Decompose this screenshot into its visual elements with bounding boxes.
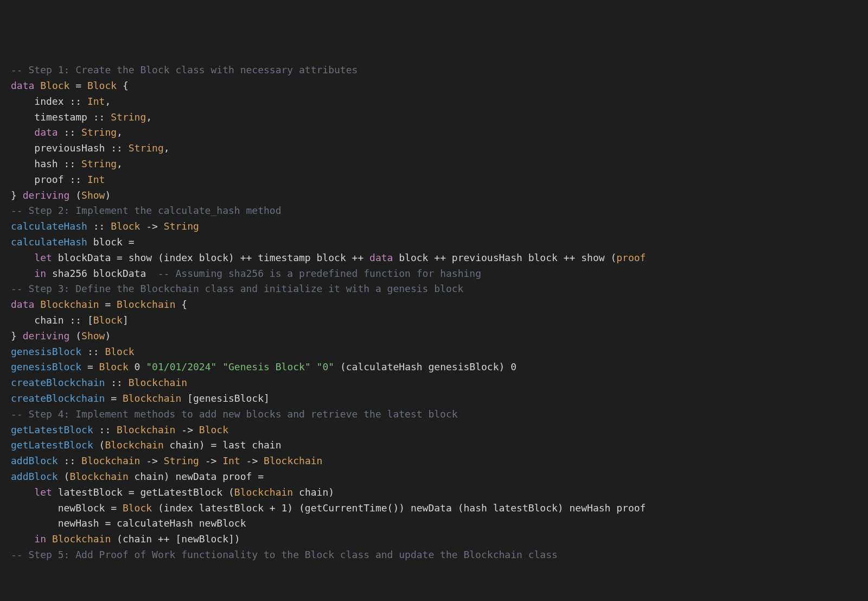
token: { xyxy=(117,80,129,91)
token: String xyxy=(81,126,117,138)
code-line-21[interactable]: genesisBlock :: Block xyxy=(11,344,857,360)
code-line-35[interactable]: newHash = calculateHash newBlock xyxy=(11,516,857,532)
code-line-29[interactable]: getLatestBlock (Blockchain chain) = last… xyxy=(11,438,857,453)
code-line-17[interactable]: data Blockchain = Blockchain { xyxy=(11,297,857,313)
token: (calculateHash genesisBlock) xyxy=(334,361,510,372)
code-line-4[interactable]: data :: String, xyxy=(11,125,857,141)
code-line-18[interactable]: chain :: [Block] xyxy=(11,313,857,328)
token: -> xyxy=(199,455,222,466)
token: Blockchain xyxy=(117,424,175,435)
token xyxy=(140,361,146,372)
token: , xyxy=(117,158,123,169)
code-line-22[interactable]: genesisBlock = Block 0 "01/01/2024" "Gen… xyxy=(11,359,857,375)
token: String xyxy=(111,111,146,123)
token: Block xyxy=(105,346,134,357)
code-line-38[interactable]: -- Step 5: Add Proof of Work functionali… xyxy=(11,547,857,563)
token xyxy=(216,361,222,372)
token: data xyxy=(34,126,58,138)
token xyxy=(34,299,40,310)
token: Block xyxy=(87,80,117,91)
token: -> xyxy=(140,455,163,466)
token: } xyxy=(11,330,23,341)
token: latestBlock = getLatestBlock ( xyxy=(52,486,234,498)
token: (chain ++ [newBlock]) xyxy=(111,533,240,545)
token xyxy=(11,126,34,138)
token: "01/01/2024" xyxy=(146,361,216,372)
code-line-14[interactable]: in sha256 blockData -- Assuming sha256 i… xyxy=(11,266,857,282)
code-line-0[interactable]: -- Step 1: Create the Block class with n… xyxy=(11,62,857,78)
token: ( xyxy=(58,471,70,482)
token: data xyxy=(369,252,393,263)
token: "0" xyxy=(317,361,335,372)
token: Blockchain xyxy=(40,299,99,310)
token xyxy=(11,252,34,263)
token: ) xyxy=(105,330,111,341)
code-line-2[interactable]: index :: Int, xyxy=(11,94,857,110)
code-line-19[interactable]: } deriving (Show) xyxy=(11,328,857,344)
code-content[interactable]: -- Step 1: Create the Block class with n… xyxy=(11,62,857,563)
code-editor[interactable]: -- Step 1: Create the Block class with n… xyxy=(11,62,857,563)
token: Blockchain xyxy=(264,455,322,466)
code-line-6[interactable]: hash :: String, xyxy=(11,156,857,172)
code-line-28[interactable]: getLatestBlock :: Blockchain -> Block xyxy=(11,422,857,438)
code-line-36[interactable]: in Blockchain (chain ++ [newBlock]) xyxy=(11,532,857,547)
code-line-24[interactable]: createBlockchain :: Blockchain xyxy=(11,375,857,391)
token: timestamp xyxy=(34,111,87,123)
token: :: xyxy=(93,424,117,435)
token: Blockchain xyxy=(129,377,187,388)
token: deriving xyxy=(23,330,70,341)
code-line-7[interactable]: proof :: Int xyxy=(11,172,857,188)
token: -- Step 1: Create the Block class with n… xyxy=(11,64,358,75)
token: String xyxy=(164,455,199,466)
token xyxy=(11,158,34,169)
code-line-32[interactable]: addBlock (Blockchain chain) newData proo… xyxy=(11,469,857,485)
token: ( xyxy=(69,330,81,341)
token: chain) newData proof = xyxy=(129,471,264,482)
code-line-13[interactable]: let blockData = show (index block) ++ ti… xyxy=(11,250,857,266)
token: { xyxy=(175,299,187,310)
token: Blockchain xyxy=(81,455,140,466)
token: Blockchain xyxy=(105,439,163,451)
code-line-31[interactable]: addBlock :: Blockchain -> String -> Int … xyxy=(11,453,857,469)
code-line-11[interactable]: calculateHash :: Block -> String xyxy=(11,219,857,235)
token: Int xyxy=(87,174,105,185)
code-line-5[interactable]: previousHash :: String, xyxy=(11,141,857,156)
token: 0 xyxy=(135,361,141,372)
token: ( xyxy=(69,189,81,201)
token: sha256 blockData xyxy=(46,268,158,279)
token: [genesisBlock] xyxy=(181,393,270,404)
token: :: xyxy=(58,455,81,466)
code-line-8[interactable]: } deriving (Show) xyxy=(11,188,857,204)
code-line-10[interactable]: -- Step 2: Implement the calculate_hash … xyxy=(11,203,857,219)
token: 1 xyxy=(282,502,288,514)
token: newHash = calculateHash newBlock xyxy=(11,517,246,529)
code-line-1[interactable]: data Block = Block { xyxy=(11,78,857,94)
token: newBlock = xyxy=(11,502,123,514)
token: ] xyxy=(123,314,129,326)
token: addBlock xyxy=(11,471,58,482)
code-line-33[interactable]: let latestBlock = getLatestBlock (Blockc… xyxy=(11,485,857,501)
token: } xyxy=(11,189,23,201)
token xyxy=(11,111,34,123)
token: :: xyxy=(58,158,81,169)
token: :: [ xyxy=(64,314,93,326)
token: :: xyxy=(81,346,105,357)
code-line-3[interactable]: timestamp :: String, xyxy=(11,110,857,125)
code-line-27[interactable]: -- Step 4: Implement methods to add new … xyxy=(11,407,857,422)
token xyxy=(129,361,135,372)
token: hash xyxy=(34,158,58,169)
token: = xyxy=(99,299,117,310)
token: -- Step 3: Define the Blockchain class a… xyxy=(11,283,463,294)
token: Blockchain xyxy=(123,393,181,404)
token: data xyxy=(11,80,34,91)
token: previousHash xyxy=(34,142,105,154)
token: in xyxy=(34,533,46,545)
code-line-25[interactable]: createBlockchain = Blockchain [genesisBl… xyxy=(11,391,857,407)
token xyxy=(11,533,34,545)
token: Int xyxy=(222,455,240,466)
code-line-12[interactable]: calculateHash block = xyxy=(11,235,857,250)
token: :: xyxy=(105,142,128,154)
token: index xyxy=(34,96,63,107)
code-line-16[interactable]: -- Step 3: Define the Blockchain class a… xyxy=(11,281,857,297)
code-line-34[interactable]: newBlock = Block (index latestBlock + 1)… xyxy=(11,501,857,516)
